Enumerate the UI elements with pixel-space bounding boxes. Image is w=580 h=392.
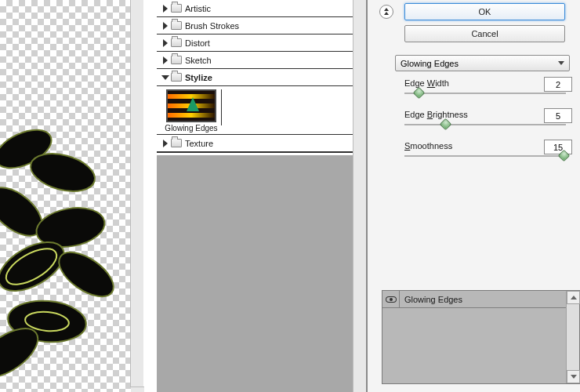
scroll-down-icon[interactable]: [567, 370, 580, 383]
preview-image: [0, 102, 149, 392]
edge-width-input[interactable]: [544, 77, 572, 92]
param-smoothness: Smoothness: [404, 141, 572, 151]
param-edge-brightness: Edge Brightness: [404, 110, 572, 119]
folder-icon: [171, 21, 182, 30]
category-label: Brush Strokes: [185, 21, 239, 31]
folder-icon: [171, 73, 182, 82]
edge-width-slider[interactable]: [404, 93, 566, 94]
ok-button[interactable]: OK: [404, 3, 565, 20]
scroll-up-icon[interactable]: [567, 291, 580, 304]
folder-icon: [171, 56, 182, 64]
param-label: Smoothness: [404, 141, 452, 151]
param-edge-width: Edge Width: [404, 78, 572, 88]
filter-dropdown[interactable]: Glowing Edges: [395, 55, 570, 71]
collapse-panel-button[interactable]: [379, 5, 393, 19]
slider-thumb-icon[interactable]: [440, 118, 452, 131]
param-label: Edge Brightness: [404, 110, 468, 119]
expand-icon: [163, 5, 168, 13]
category-texture[interactable]: Texture: [157, 135, 353, 152]
smoothness-slider[interactable]: [404, 155, 566, 157]
param-label: Edge Width: [404, 78, 449, 88]
expand-icon: [163, 56, 168, 64]
preview-scrollbar[interactable]: [130, 0, 143, 387]
category-label: Artistic: [185, 4, 211, 13]
categories-scrollbar[interactable]: [353, 0, 366, 392]
edge-brightness-input[interactable]: [544, 108, 572, 123]
category-brush-strokes[interactable]: Brush Strokes: [157, 17, 353, 34]
settings-panel: OK Cancel Glowing Edges Edge Width Edge …: [366, 0, 580, 392]
edge-brightness-slider[interactable]: [404, 124, 566, 125]
filter-thumbnails: Glowing Edges: [157, 86, 353, 135]
category-label: Distort: [185, 38, 210, 48]
effect-layers-panel: Glowing Edges: [382, 290, 580, 384]
preview-canvas[interactable]: [0, 0, 143, 392]
effect-layer-row[interactable]: Glowing Edges: [382, 291, 579, 308]
folder-icon: [171, 4, 182, 13]
collapse-icon: [161, 75, 169, 80]
filter-categories-panel: Artistic Brush Strokes Distort Sketch St: [157, 0, 366, 392]
category-artistic[interactable]: Artistic: [157, 0, 353, 17]
category-label: Sketch: [185, 56, 212, 65]
layers-scrollbar[interactable]: [566, 291, 579, 383]
chevron-down-icon: [558, 61, 564, 65]
smoothness-input[interactable]: [544, 140, 572, 154]
category-label: Texture: [185, 139, 213, 148]
category-sketch[interactable]: Sketch: [157, 52, 353, 69]
expand-icon: [163, 22, 168, 30]
folder-icon: [171, 139, 182, 147]
filter-thumb-image: [166, 89, 216, 122]
expand-icon: [163, 140, 168, 147]
category-label: Stylize: [185, 73, 212, 82]
slider-thumb-icon[interactable]: [413, 87, 426, 100]
filter-dropdown-value: Glowing Edges: [401, 59, 459, 68]
filter-thumb-caption: Glowing Edges: [163, 124, 219, 132]
category-distort[interactable]: Distort: [157, 34, 353, 52]
category-stylize[interactable]: Stylize: [157, 69, 353, 86]
expand-icon: [163, 39, 168, 47]
folder-icon: [171, 38, 182, 47]
visibility-toggle[interactable]: [382, 291, 400, 308]
effect-layer-label: Glowing Edges: [400, 295, 462, 304]
eye-icon: [386, 296, 397, 303]
cancel-button[interactable]: Cancel: [404, 25, 565, 42]
filter-thumb-glowing-edges[interactable]: Glowing Edges: [163, 89, 219, 133]
